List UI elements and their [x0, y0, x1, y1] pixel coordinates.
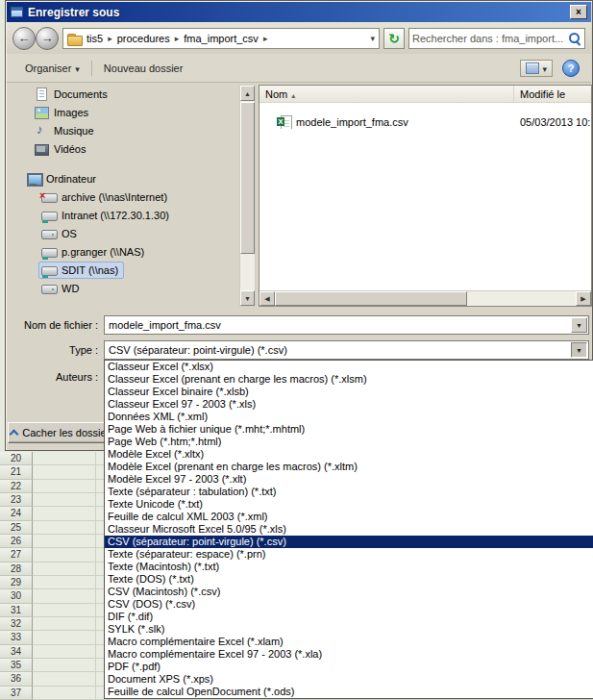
- filetype-option-classeur-excel-prenant-en-charge-les-macros-xlsm[interactable]: Classeur Excel (prenant en charge les ma…: [105, 373, 593, 386]
- tree-item-os[interactable]: OS: [10, 224, 238, 242]
- drive-err-icon: [41, 190, 57, 204]
- filetype-option-donn-es-xml-xml[interactable]: Données XML (*.xml): [105, 411, 593, 423]
- filetype-option-classeur-microsoft-excel-5-0-95-xls[interactable]: Classeur Microsoft Excel 5.0/95 (*.xls): [105, 523, 593, 536]
- back-button[interactable]: [12, 27, 36, 50]
- breadcrumb-item-procedures[interactable]: procedures: [115, 33, 172, 44]
- tree-item-archive-nas-internet[interactable]: archive (\\nas\Internet): [10, 188, 238, 206]
- search-icon[interactable]: [568, 32, 581, 45]
- forward-button[interactable]: [36, 27, 59, 50]
- scroll-left-button[interactable]: [259, 291, 275, 306]
- filetype-option-classeur-excel-xlsx[interactable]: Classeur Excel (*.xlsx): [105, 361, 593, 373]
- tree-item-p-granger-nas[interactable]: p.granger (\\NAS): [10, 242, 238, 261]
- filename-dropdown-button[interactable]: [571, 317, 587, 333]
- tree-item-ordinateur[interactable]: Ordinateur: [10, 169, 238, 188]
- views-button[interactable]: [520, 60, 553, 77]
- tree-item-label: SDIT (\\nas): [62, 264, 118, 276]
- help-button[interactable]: [562, 60, 580, 77]
- filetype-option-macro-compl-mentaire-excel-xlam[interactable]: Macro complémentaire Excel (*.xlam): [105, 636, 593, 648]
- filetype-option-classeur-excel-97-2003-xls[interactable]: Classeur Excel 97 - 2003 (*.xls): [105, 398, 593, 411]
- new-folder-label: Nouveau dossier: [104, 62, 184, 74]
- breadcrumb-item-fma-import-csv[interactable]: fma_import_csv: [182, 33, 260, 44]
- tree-item-images[interactable]: Images: [10, 103, 238, 121]
- filetype-option-sylk-slk[interactable]: SYLK (*.slk): [105, 623, 593, 636]
- filetype-option-feuille-de-calcul-xml-2003-xml[interactable]: Feuille de calcul XML 2003 (*.xml): [105, 511, 593, 523]
- excel-row-34: 34: [0, 645, 33, 659]
- filetype-option-classeur-excel-binaire-xlsb[interactable]: Classeur Excel binaire (*.xlsb): [105, 386, 593, 398]
- filename-combobox[interactable]: modele_import_fma.csv: [104, 315, 589, 335]
- filetype-option-feuille-de-calcul-opendocument-ods[interactable]: Feuille de calcul OpenDocument (*.ods): [105, 686, 593, 698]
- organize-button[interactable]: Organiser: [18, 60, 86, 77]
- file-row[interactable]: modele_import_fma.csv 05/03/2013 10:: [259, 113, 591, 130]
- tree-item-documents[interactable]: Documents: [10, 85, 238, 103]
- chevron-up-icon: [10, 430, 17, 436]
- drive-net-icon: [41, 245, 57, 259]
- tree-item-label: Documents: [54, 88, 108, 100]
- tree-row: Intranet (\\172.30.1.30): [38, 207, 175, 224]
- images-icon: [34, 106, 49, 119]
- breadcrumb-dropdown-icon[interactable]: [370, 34, 375, 43]
- scroll-down-button[interactable]: [240, 290, 255, 306]
- music-icon: [34, 124, 49, 138]
- new-folder-button[interactable]: Nouveau dossier: [97, 60, 190, 77]
- filetype-option-mod-le-excel-xltx[interactable]: Modèle Excel (*.xltx): [105, 448, 593, 461]
- filetype-option-csv-macintosh-csv[interactable]: CSV (Macintosh) (*.csv): [105, 586, 593, 598]
- filetype-combobox[interactable]: CSV (séparateur: point-virgule) (*.csv): [104, 340, 589, 360]
- organize-label: Organiser: [25, 62, 71, 74]
- scroll-right-button[interactable]: [576, 291, 591, 306]
- refresh-button[interactable]: [383, 28, 405, 49]
- folder-tree: DocumentsImagesMusiqueVidéosOrdinateurar…: [10, 85, 238, 307]
- filetype-option-macro-compl-mentaire-excel-97-2003-xla[interactable]: Macro complémentaire Excel 97 - 2003 (*.…: [105, 648, 593, 661]
- filetype-dropdown-button[interactable]: [571, 342, 587, 358]
- filetype-option-texte-s-parateur-tabulation-txt[interactable]: Texte (séparateur : tabulation) (*.txt): [105, 486, 593, 498]
- scrollbar-thumb[interactable]: [240, 102, 255, 254]
- breadcrumb-item-tis5[interactable]: tis5: [85, 33, 105, 44]
- tree-item-intranet-172-30-1-30[interactable]: Intranet (\\172.30.1.30): [10, 206, 238, 224]
- toolbar-separator: [91, 61, 92, 76]
- excel-row-23: 23: [0, 493, 33, 507]
- column-header-name[interactable]: Nom: [259, 86, 514, 102]
- tree-item-label: p.granger (\\NAS): [62, 246, 144, 258]
- tree-vertical-scrollbar[interactable]: [239, 85, 256, 307]
- filetype-option-texte-unicode-txt[interactable]: Texte Unicode (*.txt): [105, 498, 593, 511]
- drive-net-icon: [41, 209, 57, 222]
- folder-icon: [67, 33, 82, 44]
- column-header-modified[interactable]: Modifié le: [514, 86, 591, 102]
- tree-row: OS: [38, 225, 83, 242]
- filetype-option-page-web-htm-html[interactable]: Page Web (*.htm;*.html): [105, 436, 593, 448]
- breadcrumb-separator: ▸: [108, 34, 112, 43]
- tree-item-wd[interactable]: WD: [10, 279, 238, 297]
- filetype-option-mod-le-excel-97-2003-xlt[interactable]: Modèle Excel 97 - 2003 (*.xlt): [105, 473, 593, 486]
- tree-row: Musique: [31, 122, 100, 139]
- filetype-option-texte-s-parateur-espace-prn[interactable]: Texte (séparateur: espace) (*.prn): [105, 548, 593, 561]
- tree-item-label: OS: [62, 228, 77, 239]
- tree-item-label: Vidéos: [54, 143, 86, 155]
- tree-item-musique[interactable]: Musique: [10, 121, 238, 139]
- search-input[interactable]: [412, 33, 568, 44]
- list-horizontal-scrollbar[interactable]: [259, 290, 591, 306]
- filetype-option-csv-dos-csv[interactable]: CSV (DOS) (*.csv): [105, 598, 593, 611]
- tree-item-vid-os[interactable]: Vidéos: [10, 139, 238, 158]
- filetype-option-texte-dos-txt[interactable]: Texte (DOS) (*.txt): [105, 573, 593, 586]
- tree-item-sdit-nas[interactable]: SDIT (\\nas): [10, 261, 238, 279]
- column-name-label: Nom: [265, 88, 287, 100]
- excel-row-31: 31: [0, 604, 33, 617]
- breadcrumb[interactable]: tis5▸procedures▸fma_import_csv▸: [62, 28, 380, 49]
- chevron-down-icon: [542, 62, 547, 74]
- hide-folders-button[interactable]: Cacher les dossiers: [8, 422, 117, 443]
- scrollbar-thumb[interactable]: [275, 291, 467, 306]
- excel-row-21: 21: [0, 465, 33, 479]
- list-header: Nom Modifié le: [259, 86, 591, 103]
- filetype-option-mod-le-excel-prenant-en-charge-les-macros-xltm[interactable]: Modèle Excel (prenant en charge les macr…: [105, 461, 593, 473]
- filetype-option-document-xps-xps[interactable]: Document XPS (*.xps): [105, 673, 593, 686]
- filetype-option-csv-s-parateur-point-virgule-csv[interactable]: CSV (séparateur: point-virgule) (*.csv): [105, 536, 593, 548]
- command-toolbar: Organiser Nouveau dossier: [7, 54, 591, 83]
- filetype-option-texte-macintosh-txt[interactable]: Texte (Macintosh) (*.txt): [105, 561, 593, 573]
- excel-row-30: 30: [0, 589, 33, 603]
- filetype-row: Type : CSV (séparateur: point-virgule) (…: [6, 340, 589, 360]
- filetype-option-dif-dif[interactable]: DIF (*.dif): [105, 611, 593, 623]
- filetype-option-pdf-pdf[interactable]: PDF (*.pdf): [105, 661, 593, 673]
- tree-item-label: Images: [54, 107, 88, 118]
- filetype-option-page-web-fichier-unique-mht-mhtml[interactable]: Page Web à fichier unique (*.mht;*.mhtml…: [105, 423, 593, 436]
- close-button[interactable]: [570, 5, 587, 19]
- scroll-up-button[interactable]: [240, 86, 255, 101]
